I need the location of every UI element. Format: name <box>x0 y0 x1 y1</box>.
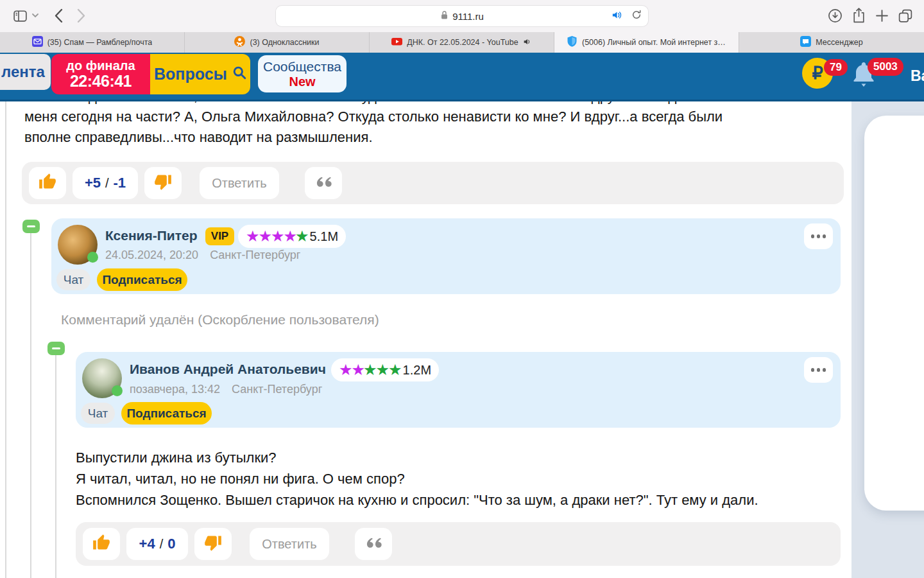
questions-label: Вопросы <box>154 65 227 83</box>
final-countdown-button[interactable]: до финала 22:46:41 <box>51 54 150 94</box>
tab-label: (3) Одноклассники <box>250 38 319 47</box>
notifications-count-badge: 5003 <box>868 58 903 76</box>
star-icons-green: ★★★ <box>363 362 401 378</box>
sidebar-toggle-icon[interactable] <box>12 8 28 24</box>
timestamp: позавчера, 13:42 <box>130 383 220 396</box>
author-name[interactable]: Ксения-Питер <box>105 228 198 243</box>
thumbs-down-button[interactable] <box>144 167 182 199</box>
right-sidebar <box>851 101 924 578</box>
thumbs-down-button[interactable] <box>194 528 232 560</box>
odnoklassniki-icon <box>234 36 245 49</box>
reply-button[interactable]: Ответить <box>200 167 279 199</box>
audio-playing-icon[interactable] <box>612 10 622 22</box>
tab-rambler-mail[interactable]: (35) Спам — Рамблер/почта <box>0 32 185 53</box>
comment-meta: позавчера, 13:42Санкт-Петербург <box>130 383 322 396</box>
chevron-down-icon[interactable] <box>32 13 38 18</box>
timer-value: 22:46:41 <box>70 73 132 90</box>
thread-indent-line <box>30 232 31 578</box>
quote-icon <box>364 537 382 552</box>
reply-button[interactable]: Ответить <box>250 528 329 560</box>
subscribe-button[interactable]: Подписаться <box>121 402 212 425</box>
tab-label: ДНК. От 22.05.2024 - YouTube <box>407 38 518 47</box>
tab-label: (5006) Личный опыт. Мой интернет за... <box>582 38 726 47</box>
tab-label: (35) Спам — Рамблер/почта <box>47 38 153 47</box>
site-header: лента до финала 22:46:41 Вопросы Сообщес… <box>0 53 924 101</box>
screen: меня сегодня на части? А, Ольга Михайлов… <box>0 0 924 578</box>
thread-indent-line <box>5 101 6 578</box>
tab-odnoklassniki[interactable]: (3) Одноклассники <box>185 32 370 53</box>
collapse-thread-button[interactable] <box>47 342 65 355</box>
youtube-icon <box>391 36 402 49</box>
comment-body-line: Я читал, читал, но не понял ни фига. О ч… <box>76 468 758 489</box>
rating-value: 1.2M <box>403 363 431 378</box>
browser-toolbar: 9111.ru <box>0 0 924 32</box>
back-button[interactable] <box>55 8 63 23</box>
vip-badge: VIP <box>205 227 234 245</box>
questions-button[interactable]: Вопросы <box>150 54 250 94</box>
thumbs-down-icon <box>203 534 223 554</box>
more-options-button[interactable] <box>804 357 833 383</box>
quote-icon <box>314 176 332 191</box>
communities-label: Сообщества <box>263 59 341 74</box>
rating-value: 5.1M <box>310 229 338 244</box>
dislikes-count: 0 <box>167 536 175 552</box>
collapse-thread-button[interactable] <box>22 220 40 233</box>
more-options-button[interactable] <box>804 223 833 249</box>
location: Санкт-Петербург <box>232 383 322 396</box>
likes-count: +5 <box>85 175 101 191</box>
reload-icon[interactable] <box>631 10 642 22</box>
comment-body: Выпустили джина из бутылки? Я читал, чит… <box>76 447 758 511</box>
url-text: 9111.ru <box>452 11 484 22</box>
rating-pill: ★★★★★ 5.1M <box>238 225 346 248</box>
padlock-icon <box>440 10 449 22</box>
thumbs-up-button[interactable] <box>83 528 120 560</box>
rambler-mail-icon <box>32 36 43 49</box>
shield-favicon <box>567 36 578 49</box>
timestamp: 24.05.2024, 20:20 <box>105 249 198 261</box>
communities-button[interactable]: Сообщества New <box>258 55 346 92</box>
online-indicator <box>87 252 98 263</box>
sidebar-widget-panel <box>864 116 924 511</box>
profile-link[interactable]: Ва <box>911 67 924 85</box>
search-icon <box>232 65 246 83</box>
tab-youtube[interactable]: ДНК. От 22.05.2024 - YouTube <box>370 32 554 53</box>
tab-audio-icon[interactable] <box>523 37 532 48</box>
deleted-comment-notice: Комментарий удалён (Оскорбление пользова… <box>61 312 379 328</box>
share-icon[interactable] <box>851 6 867 24</box>
star-icons-green: ★ <box>295 229 308 244</box>
chat-button[interactable]: Чат <box>56 269 90 290</box>
online-indicator <box>112 385 123 396</box>
new-tab-icon[interactable] <box>875 9 889 22</box>
author-name[interactable]: Иванов Андрей Анатольевич <box>130 362 326 377</box>
star-icons-magenta: ★★ <box>339 362 364 378</box>
vote-bar: +4 / 0 Ответить <box>76 522 841 566</box>
comment-body-line: Вспомнился Зощенко. Вышел старичок на ку… <box>76 489 758 511</box>
communities-new-badge: New <box>289 74 315 89</box>
tab-bar: (35) Спам — Рамблер/почта (3) Одноклассн… <box>0 32 924 53</box>
tab-messenger[interactable]: Мессенджер <box>739 32 924 53</box>
bell-icon <box>848 81 879 92</box>
feed-tab[interactable]: лента <box>0 54 51 90</box>
comment-author-card: Ксения-Питер VIP ★★★★★ 5.1M 24.05.2024, … <box>51 218 841 294</box>
comment-body-line: Выпустили джина из бутылки? <box>76 447 758 468</box>
vote-bar: +5 / -1 Ответить <box>22 162 844 204</box>
tab-active-9111[interactable]: (5006) Личный опыт. Мой интернет за... <box>554 32 739 53</box>
timer-caption: до финала <box>66 58 135 73</box>
score-separator: / <box>160 537 164 552</box>
rating-pill: ★★★★★ 1.2M <box>331 358 439 381</box>
chat-button[interactable]: Чат <box>81 403 115 424</box>
tab-overview-icon[interactable] <box>897 8 914 24</box>
thread-indent-line <box>55 355 56 578</box>
thumbs-up-button[interactable] <box>29 167 66 199</box>
downloads-icon[interactable] <box>827 8 843 24</box>
tab-label: Мессенджер <box>816 38 862 47</box>
subscribe-button[interactable]: Подписаться <box>97 268 187 291</box>
ruble-count-badge: 79 <box>824 59 848 76</box>
address-bar[interactable]: 9111.ru <box>276 6 648 26</box>
messenger-icon <box>800 36 811 49</box>
forward-button[interactable] <box>77 8 85 23</box>
quote-button[interactable] <box>305 167 342 199</box>
comment-intro-line: меня сегодня на части? А, Ольга Михайлов… <box>24 107 723 127</box>
quote-button[interactable] <box>355 528 392 560</box>
comment-meta: 24.05.2024, 20:20Санкт-Петербург <box>105 249 300 262</box>
